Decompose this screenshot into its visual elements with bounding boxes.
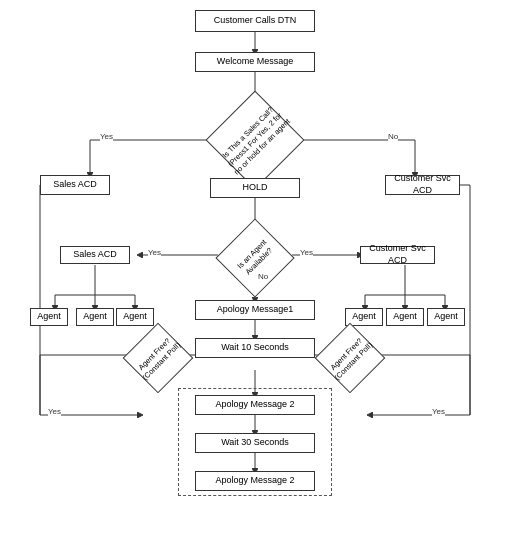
welcome-message: Welcome Message: [195, 52, 315, 72]
yes-label-left: Yes: [100, 132, 113, 141]
agent-free-left: Agent Free? (Constant Poll): [118, 330, 198, 385]
apology-message-2b: Apology Message 2: [195, 471, 315, 491]
yes-label-agent-left: Yes: [148, 248, 161, 257]
customer-svc-acd-top: Customer Svc ACD: [385, 175, 460, 195]
sales-acd-top: Sales ACD: [40, 175, 110, 195]
sales-acd-bottom: Sales ACD: [60, 246, 130, 264]
agent-cust-2: Agent: [386, 308, 424, 326]
customer-svc-acd-bottom: Customer Svc ACD: [360, 246, 435, 264]
agent-available-diamond: Is an Agent Available?: [215, 228, 295, 288]
agent-sales-1: Agent: [30, 308, 68, 326]
agent-sales-3: Agent: [116, 308, 154, 326]
sales-call-diamond: Is This a Sales Call?(Press1 For Yes, 2 …: [205, 100, 305, 180]
agent-sales-2: Agent: [76, 308, 114, 326]
agent-cust-3: Agent: [427, 308, 465, 326]
hold-box: HOLD: [210, 178, 300, 198]
customer-calls-dtn: Customer Calls DTN: [195, 10, 315, 32]
apology-message-2: Apology Message 2: [195, 395, 315, 415]
agent-free-right: Agent Free? (Constant Poll): [310, 330, 390, 385]
no-label-agent: No: [258, 272, 268, 281]
wait-30-seconds: Wait 30 Seconds: [195, 433, 315, 453]
yes-label-agent-right: Yes: [300, 248, 313, 257]
flowchart: Customer Calls DTN Welcome Message Is Th…: [0, 0, 510, 537]
yes-label-free-right: Yes: [432, 407, 445, 416]
wait-10-seconds: Wait 10 Seconds: [195, 338, 315, 358]
yes-label-free-left: Yes: [48, 407, 61, 416]
apology-message-1: Apology Message1: [195, 300, 315, 320]
no-label-right: No: [388, 132, 398, 141]
